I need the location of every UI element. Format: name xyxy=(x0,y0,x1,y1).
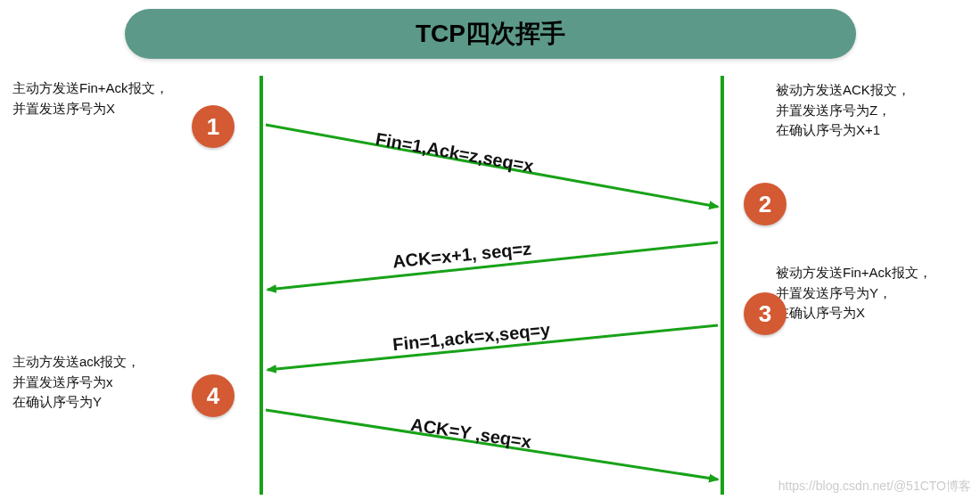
message3-label: Fin=1,ack=x,seq=y xyxy=(391,320,551,356)
watermark-text: https://blog.csdn.net/@51CTO博客 xyxy=(778,479,971,495)
step2-badge-number: 2 xyxy=(759,191,771,218)
message1-label: Fin=1,Ack=z,seq=x xyxy=(374,129,535,177)
step1-badge: 1 xyxy=(192,105,235,148)
step4-description: 主动方发送ack报文， 并置发送序号为x 在确认序号为Y xyxy=(12,352,140,413)
diagram-title-pill: TCP四次挥手 xyxy=(125,9,856,59)
step3-badge-number: 3 xyxy=(759,300,771,328)
step2-description: 被动方发送ACK报文， 并置发送序号为Z， 在确认序号为X+1 xyxy=(776,80,910,141)
step1-badge-number: 1 xyxy=(207,113,219,141)
diagram-title: TCP四次挥手 xyxy=(416,17,565,51)
message2-label: ACK=x+1, seq=z xyxy=(391,239,532,273)
step1-description: 主动方发送Fin+Ack报文， 并置发送序号为X xyxy=(12,78,169,119)
step3-badge: 3 xyxy=(744,292,786,335)
step2-badge: 2 xyxy=(744,183,786,225)
step3-description: 被动方发送Fin+Ack报文， 并置发送序号为Y， 在确认序号为X xyxy=(776,263,932,324)
message4-label: ACK=Y ,seq=x xyxy=(409,414,532,453)
step4-badge: 4 xyxy=(192,374,235,417)
step4-badge-number: 4 xyxy=(207,382,219,410)
